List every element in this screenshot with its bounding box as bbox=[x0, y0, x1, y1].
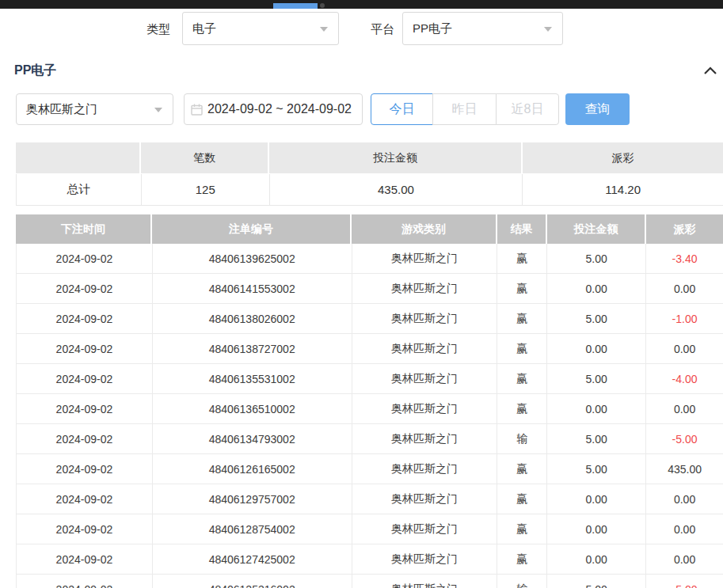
cell-result: 赢 bbox=[497, 304, 547, 333]
table-row: 2024-09-0248406135531002奥林匹斯之门赢5.00-4.00 bbox=[16, 364, 723, 394]
platform-select-value: PP电子 bbox=[413, 13, 452, 44]
summary-header-payout: 派彩 bbox=[523, 142, 723, 173]
cell-game-type: 奥林匹斯之门 bbox=[352, 304, 498, 333]
bet-table-rows: 2024-09-0248406139625002奥林匹斯之门赢5.00-3.40… bbox=[16, 244, 723, 588]
cell-bet-id: 48406128754002 bbox=[153, 514, 352, 544]
tab-close-icon[interactable] bbox=[320, 3, 325, 8]
cell-bet-amount: 5.00 bbox=[547, 575, 646, 588]
cell-payout: 0.00 bbox=[646, 544, 723, 574]
cell-bet-amount: 5.00 bbox=[547, 364, 646, 393]
platform-label: 平台 bbox=[371, 22, 394, 37]
cell-result: 赢 bbox=[497, 394, 547, 423]
cell-payout: 0.00 bbox=[646, 394, 723, 423]
cell-bet-time: 2024-09-02 bbox=[17, 244, 153, 273]
chevron-down-icon bbox=[320, 27, 328, 32]
active-tab-indicator[interactable] bbox=[273, 3, 318, 9]
cell-result: 赢 bbox=[497, 484, 547, 514]
summary-total-label: 总计 bbox=[17, 174, 142, 205]
bet-records-table: 下注时间 注单编号 游戏类别 结果 投注金额 派彩 2024-09-024840… bbox=[16, 214, 723, 588]
summary-header-row: 笔数 投注金额 派彩 bbox=[16, 142, 723, 173]
cell-bet-id: 48406138026002 bbox=[153, 304, 352, 333]
last-8-days-button[interactable]: 近8日 bbox=[496, 93, 559, 125]
cell-bet-time: 2024-09-02 bbox=[17, 364, 153, 393]
cell-result: 赢 bbox=[497, 274, 547, 303]
cell-bet-id: 48406127425002 bbox=[153, 544, 352, 574]
cell-bet-time: 2024-09-02 bbox=[17, 334, 153, 363]
summary-header-empty bbox=[16, 142, 141, 173]
chevron-down-icon bbox=[544, 27, 552, 32]
cell-payout: 0.00 bbox=[646, 514, 723, 544]
cell-bet-id: 48406138727002 bbox=[153, 334, 352, 363]
cell-payout: 0.00 bbox=[646, 274, 723, 303]
header-payout: 派彩 bbox=[646, 214, 723, 244]
cell-bet-amount: 0.00 bbox=[547, 484, 646, 514]
cell-bet-amount: 0.00 bbox=[547, 334, 646, 363]
table-row: 2024-09-0248406141553002奥林匹斯之门赢0.000.00 bbox=[16, 274, 723, 304]
cell-bet-time: 2024-09-02 bbox=[17, 544, 153, 574]
table-header-row: 下注时间 注单编号 游戏类别 结果 投注金额 派彩 bbox=[16, 214, 723, 244]
date-range-value: 2024-09-02 ~ 2024-09-02 bbox=[207, 102, 352, 116]
table-row: 2024-09-0248406125316002奥林匹斯之门输5.00-5.00 bbox=[16, 575, 723, 588]
cell-game-type: 奥林匹斯之门 bbox=[352, 274, 498, 303]
cell-game-type: 奥林匹斯之门 bbox=[352, 364, 498, 393]
table-row: 2024-09-0248406127425002奥林匹斯之门赢0.000.00 bbox=[16, 544, 723, 575]
type-select-value: 电子 bbox=[192, 13, 216, 44]
summary-header-count: 笔数 bbox=[141, 142, 269, 173]
table-row: 2024-09-0248406128754002奥林匹斯之门赢0.000.00 bbox=[16, 514, 723, 544]
cell-bet-time: 2024-09-02 bbox=[17, 394, 153, 423]
section-title: PP电子 bbox=[14, 63, 56, 79]
cell-bet-amount: 5.00 bbox=[547, 454, 646, 484]
cell-payout: -5.00 bbox=[646, 575, 723, 588]
collapse-chevron-icon[interactable] bbox=[703, 64, 717, 78]
cell-bet-time: 2024-09-02 bbox=[17, 304, 153, 333]
cell-result: 赢 bbox=[497, 454, 547, 484]
cell-game-type: 奥林匹斯之门 bbox=[352, 424, 498, 453]
cell-payout: -3.40 bbox=[646, 244, 723, 273]
cell-game-type: 奥林匹斯之门 bbox=[352, 334, 498, 363]
cell-payout: -5.00 bbox=[646, 424, 723, 453]
cell-bet-id: 48406126165002 bbox=[153, 454, 352, 484]
calendar-icon bbox=[191, 104, 203, 116]
cell-bet-amount: 0.00 bbox=[547, 394, 646, 423]
cell-result: 赢 bbox=[497, 364, 547, 393]
search-button[interactable]: 查询 bbox=[565, 93, 630, 125]
header-bet-time: 下注时间 bbox=[16, 214, 152, 244]
today-button[interactable]: 今日 bbox=[371, 93, 433, 125]
cell-bet-amount: 0.00 bbox=[547, 514, 646, 544]
cell-result: 输 bbox=[497, 424, 547, 453]
cell-game-type: 奥林匹斯之门 bbox=[352, 514, 498, 544]
cell-bet-id: 48406134793002 bbox=[153, 424, 352, 453]
cell-bet-amount: 5.00 bbox=[547, 304, 646, 333]
cell-bet-time: 2024-09-02 bbox=[17, 575, 153, 588]
cell-game-type: 奥林匹斯之门 bbox=[352, 244, 498, 273]
cell-bet-time: 2024-09-02 bbox=[17, 514, 153, 544]
cell-payout: 0.00 bbox=[646, 484, 723, 514]
cell-game-type: 奥林匹斯之门 bbox=[352, 454, 498, 484]
cell-payout: 0.00 bbox=[646, 334, 723, 363]
summary-total-row: 总计 125 435.00 114.20 bbox=[16, 174, 723, 206]
cell-bet-time: 2024-09-02 bbox=[17, 454, 153, 484]
cell-result: 赢 bbox=[497, 334, 547, 363]
cell-game-type: 奥林匹斯之门 bbox=[352, 544, 498, 574]
cell-payout: -4.00 bbox=[646, 364, 723, 393]
chevron-down-icon bbox=[154, 108, 162, 112]
summary-header-bet-amount: 投注金额 bbox=[269, 142, 523, 173]
date-range-input[interactable]: 2024-09-02 ~ 2024-09-02 bbox=[184, 93, 363, 125]
cell-result: 输 bbox=[497, 575, 547, 588]
cell-game-type: 奥林匹斯之门 bbox=[352, 484, 498, 514]
table-row: 2024-09-0248406129757002奥林匹斯之门赢0.000.00 bbox=[16, 484, 723, 514]
type-select[interactable]: 电子 bbox=[182, 12, 339, 45]
table-row: 2024-09-0248406139625002奥林匹斯之门赢5.00-3.40 bbox=[16, 244, 723, 274]
header-game-type: 游戏类别 bbox=[352, 214, 497, 244]
summary-bet-amount-value: 435.00 bbox=[270, 174, 523, 205]
yesterday-button[interactable]: 昨日 bbox=[432, 93, 497, 125]
game-select[interactable]: 奥林匹斯之门 bbox=[16, 93, 173, 125]
header-bet-id: 注单编号 bbox=[152, 214, 352, 244]
cell-bet-amount: 0.00 bbox=[547, 544, 646, 574]
cell-payout: 435.00 bbox=[646, 454, 723, 484]
cell-bet-amount: 5.00 bbox=[547, 424, 646, 453]
cell-bet-id: 48406139625002 bbox=[153, 244, 352, 273]
platform-select[interactable]: PP电子 bbox=[402, 12, 563, 45]
cell-game-type: 奥林匹斯之门 bbox=[352, 394, 498, 423]
table-row: 2024-09-0248406136510002奥林匹斯之门赢0.000.00 bbox=[16, 394, 723, 424]
